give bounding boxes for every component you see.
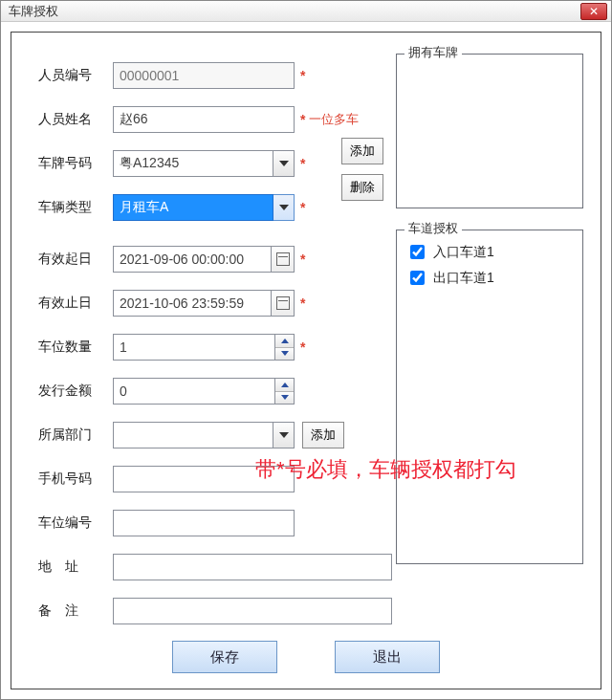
arrow-down-icon <box>281 351 289 356</box>
plate-add-del-col: 添加 删除 <box>341 138 383 201</box>
input-valid-from[interactable] <box>113 246 272 273</box>
slot-count-up[interactable] <box>275 335 294 347</box>
input-issue-amount[interactable] <box>113 378 275 405</box>
lane-item-exit1[interactable]: 出口车道1 <box>406 268 573 288</box>
lane-checkbox-entry1[interactable] <box>410 245 425 259</box>
label-vehicle-type: 车辆类型 <box>38 199 113 216</box>
label-remark: 备 注 <box>38 602 113 620</box>
dept-select-wrap <box>113 422 295 448</box>
owned-plates-group: 拥有车牌 <box>396 54 583 208</box>
input-slot-no[interactable] <box>113 510 295 536</box>
label-valid-to: 有效止日 <box>38 295 113 312</box>
row-valid-to: 有效止日 * <box>38 289 392 317</box>
row-slot-count: 车位数量 * <box>38 333 392 361</box>
delete-plate-button[interactable]: 删除 <box>341 174 383 201</box>
client-area: 人员编号 * 人员姓名 * 一位多车 车牌号码 * <box>1 22 611 699</box>
bottom-bar: 保存 退出 <box>11 641 601 673</box>
lane-label: 出口车道1 <box>433 270 494 287</box>
lane-label: 入口车道1 <box>433 244 494 261</box>
label-person-name: 人员姓名 <box>38 111 113 128</box>
window-title: 车牌授权 <box>9 3 58 20</box>
required-mark: * <box>300 200 305 215</box>
save-button[interactable]: 保存 <box>172 641 277 673</box>
input-plate-no[interactable] <box>113 150 273 177</box>
arrow-up-icon <box>281 383 289 387</box>
select-vehicle-type[interactable] <box>113 194 273 221</box>
close-icon: ✕ <box>589 5 599 18</box>
required-mark: * <box>300 68 305 83</box>
owned-plates-title: 拥有车牌 <box>404 44 462 61</box>
vehicle-type-select-wrap <box>113 194 295 221</box>
slot-count-spinner <box>275 334 295 361</box>
lane-item-entry1[interactable]: 入口车道1 <box>406 242 573 262</box>
add-plate-button[interactable]: 添加 <box>341 138 383 164</box>
lane-checkbox-exit1[interactable] <box>410 271 425 285</box>
label-phone: 手机号码 <box>38 470 113 488</box>
input-valid-to[interactable] <box>113 290 272 317</box>
label-slot-no: 车位编号 <box>38 514 113 532</box>
input-slot-count[interactable] <box>113 334 275 361</box>
label-address: 地 址 <box>38 558 113 576</box>
close-button[interactable]: ✕ <box>580 3 607 20</box>
label-person-no: 人员编号 <box>38 67 113 84</box>
row-vehicle-type: 车辆类型 * <box>38 193 392 222</box>
row-person-no: 人员编号 * <box>38 61 392 90</box>
lane-auth-title: 车道授权 <box>404 220 462 237</box>
input-person-name[interactable] <box>113 106 295 133</box>
input-address[interactable] <box>113 554 392 580</box>
slot-count-down[interactable] <box>275 347 294 361</box>
input-remark[interactable] <box>113 598 392 624</box>
input-phone[interactable] <box>113 466 295 492</box>
add-dept-button[interactable]: 添加 <box>302 422 344 448</box>
required-mark: * <box>300 339 305 355</box>
label-issue-amount: 发行金额 <box>38 383 113 400</box>
amount-down[interactable] <box>275 391 294 405</box>
lane-list: 入口车道1 出口车道1 <box>404 238 575 297</box>
date-picker-from[interactable] <box>272 246 295 273</box>
label-dept: 所属部门 <box>38 427 113 444</box>
row-person-name: 人员姓名 * 一位多车 <box>38 105 392 134</box>
row-remark: 备 注 <box>38 597 392 625</box>
required-mark: * <box>300 156 305 171</box>
row-issue-amount: 发行金额 <box>38 377 392 405</box>
amount-up[interactable] <box>275 379 294 391</box>
select-dept[interactable] <box>113 422 273 448</box>
right-column: 拥有车牌 车道授权 入口车道1 出口车道1 <box>396 54 583 585</box>
exit-button[interactable]: 退出 <box>335 641 440 673</box>
row-phone: 手机号码 <box>38 465 392 493</box>
chevron-down-icon <box>279 205 289 210</box>
dialog-window: 车牌授权 ✕ 人员编号 * 人员姓名 * 一位多车 <box>0 0 612 700</box>
vehicle-type-dropdown-button[interactable] <box>273 194 295 221</box>
form-frame: 人员编号 * 人员姓名 * 一位多车 车牌号码 * <box>11 32 601 689</box>
plate-dropdown-button[interactable] <box>273 150 295 177</box>
lane-auth-group: 车道授权 入口车道1 出口车道1 <box>396 230 583 564</box>
row-plate-no: 车牌号码 * <box>38 149 392 178</box>
date-picker-to[interactable] <box>272 290 295 317</box>
required-mark: * <box>300 295 305 311</box>
row-valid-from: 有效起日 * <box>38 245 392 273</box>
label-valid-from: 有效起日 <box>38 251 113 268</box>
row-dept: 所属部门 添加 <box>38 421 392 449</box>
calendar-icon <box>276 296 290 310</box>
label-slot-count: 车位数量 <box>38 339 113 356</box>
required-mark: * <box>300 112 305 127</box>
arrow-up-icon <box>281 339 289 343</box>
arrow-down-icon <box>281 395 289 400</box>
amount-spinner <box>275 378 295 405</box>
plate-select-wrap <box>113 150 295 177</box>
input-person-no[interactable] <box>113 62 295 89</box>
note-multi-car: 一位多车 <box>309 111 359 128</box>
chevron-down-icon <box>279 161 289 166</box>
chevron-down-icon <box>279 432 289 438</box>
calendar-icon <box>276 252 290 266</box>
required-mark: * <box>300 252 305 267</box>
dept-dropdown-button[interactable] <box>273 422 295 448</box>
row-slot-no: 车位编号 <box>38 509 392 537</box>
titlebar: 车牌授权 ✕ <box>1 1 611 22</box>
form-column: 人员编号 * 人员姓名 * 一位多车 车牌号码 * <box>38 61 392 641</box>
row-address: 地 址 <box>38 553 392 581</box>
label-plate-no: 车牌号码 <box>38 155 113 172</box>
